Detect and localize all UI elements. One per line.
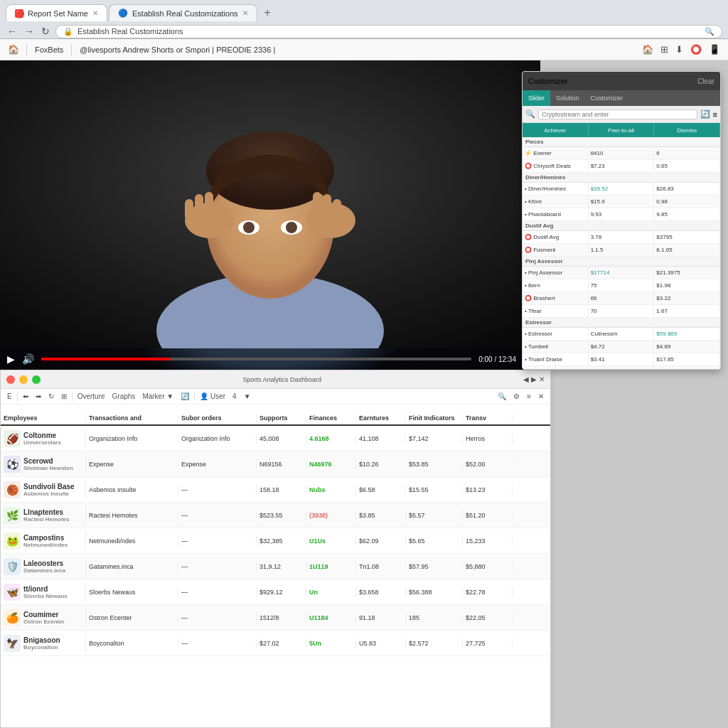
- team-icon-9: 🦅: [4, 635, 21, 652]
- col-transv: Transv: [463, 414, 513, 422]
- phone-icon[interactable]: 📱: [707, 43, 722, 56]
- person-svg: [0, 60, 540, 348]
- tab-2-close[interactable]: ✕: [242, 9, 248, 17]
- cell-val3-7: $3.658: [356, 587, 406, 597]
- tab-1-close[interactable]: ✕: [92, 9, 98, 17]
- sp-cell-val1: 8410: [589, 147, 655, 159]
- toolbar-gear[interactable]: ⚙: [511, 392, 522, 401]
- sp-cell: ⭕ Fusment: [523, 244, 589, 256]
- toolbar-refresh2[interactable]: 🔄: [178, 392, 191, 401]
- toolbar-user[interactable]: 👤 User: [198, 392, 228, 401]
- toolbar-order[interactable]: ⬅: [21, 392, 31, 401]
- toolbar-x[interactable]: ✕: [536, 392, 546, 401]
- col-employees: Employees: [1, 414, 86, 422]
- col-finit: Finit Indicators: [406, 414, 463, 422]
- table-body: 🏈 ColtonmeUniversestars Organization Inf…: [1, 426, 550, 727]
- address-bar-row: ← → ↻ 🔒 Establish Real Customizations 🔍: [0, 21, 728, 41]
- circle-icon[interactable]: ⭕: [688, 43, 704, 56]
- table-row: 🛡️ LaleoostersGatamines.inca Gatamines.i…: [1, 554, 550, 579]
- back-button[interactable]: ←: [6, 24, 18, 38]
- tab-2[interactable]: 🔵 Establish Real Customizations ✕: [109, 4, 257, 21]
- cell-val5-5: 15,233: [463, 536, 513, 546]
- cell-val5-3: $13.23: [463, 485, 513, 495]
- cell-val3-3: $6.58: [356, 485, 406, 495]
- toolbar-graphs[interactable]: Graphs: [110, 392, 138, 401]
- cell-desc-3: Asbemos Insulte: [86, 485, 178, 495]
- team-icon-3: 🏀: [4, 481, 21, 498]
- cell-val1-6: 31,9.12: [257, 562, 306, 572]
- tab-favicon-1: 🔴: [15, 9, 23, 18]
- table-row: 🏈 ColtonmeUniversestars Organization Inf…: [1, 426, 550, 451]
- table-row: 🦅 BnigasoonBoyconalton Boyconalton — $27…: [1, 631, 550, 656]
- tab-1[interactable]: 🔴 Report Set Name ✕: [6, 4, 107, 21]
- sp-cell-val2: 6: [654, 147, 720, 159]
- toolbar-separator: [26, 44, 27, 55]
- app-label: Sports Analytics Dashboard: [242, 376, 321, 383]
- cell-val1-2: N69156: [257, 459, 306, 469]
- volume-button[interactable]: 🔊: [22, 353, 34, 365]
- toolbar-icon-2[interactable]: 🔄: [700, 109, 710, 119]
- toolbar-grid[interactable]: ⊞: [59, 392, 69, 401]
- team-icon-2: ⚽: [4, 456, 21, 473]
- cell-desc-9: Boyconalton: [86, 638, 178, 648]
- team-icon-6: 🛡️: [4, 558, 21, 575]
- spreadsheet-panel: Customizer Clear Slider Solution Customi…: [522, 71, 721, 370]
- sp-cell-val2: 5.38: [654, 366, 720, 369]
- cell-val5-4: $51.20: [463, 510, 513, 520]
- table-row: 🦋 tt/ionrdSloerbs Newaus Sloerbs Newaus …: [1, 579, 550, 605]
- sp-cell-val1: Cutinessm: [589, 328, 655, 340]
- cell-val1-3: 158.18: [257, 485, 306, 495]
- cell-team-2: ⚽ ScerowdShotman Hewston: [1, 454, 86, 474]
- sp-row: ⭕ Dustif Avg 3.78 $3795: [523, 231, 720, 244]
- toolbar-search[interactable]: 🔍: [496, 392, 508, 401]
- toolbar-refresh[interactable]: ↻: [46, 392, 56, 401]
- panel-search[interactable]: [538, 109, 697, 119]
- home-icon-2[interactable]: 🏠: [640, 43, 655, 56]
- sp-row: • Estressor Cutinessm $59.$69: [523, 328, 720, 341]
- sp-cell-val1: 1.1.5: [589, 244, 655, 256]
- tab-solution[interactable]: Solution: [550, 90, 585, 106]
- cell-val4-1: $7,142: [406, 434, 463, 444]
- search-icon: 🔍: [705, 27, 714, 36]
- reload-button[interactable]: ↻: [40, 24, 51, 38]
- sp-cell-val1: 9.93: [589, 208, 655, 220]
- new-tab-button[interactable]: +: [259, 6, 277, 19]
- tab-customizer[interactable]: Customizer: [585, 90, 629, 106]
- toolbar-overture-label[interactable]: Overture: [75, 392, 107, 401]
- sp-cell: • Edkelt Drives: [523, 366, 589, 369]
- panel-title-text: Customizer: [528, 77, 568, 85]
- cell-status-3: Nubs: [306, 485, 356, 495]
- sp-row: • Tfear 70 1.67: [523, 305, 720, 318]
- toolbar-overture[interactable]: E: [5, 392, 14, 401]
- grid-icon[interactable]: ⊞: [658, 43, 670, 56]
- address-bar[interactable]: 🔒 Establish Real Customizations 🔍: [55, 25, 722, 38]
- svg-rect-13: [205, 192, 213, 219]
- progress-fill: [41, 358, 171, 360]
- toolbar-arrow[interactable]: ▼: [242, 392, 253, 401]
- tab-slider[interactable]: Slider: [523, 90, 550, 106]
- maximize-dot[interactable]: [32, 375, 41, 384]
- forward-button[interactable]: →: [23, 24, 36, 38]
- cell-val1-7: $929.12: [257, 587, 306, 597]
- toolbar-dots[interactable]: ≡: [525, 392, 533, 401]
- close-dot[interactable]: [6, 375, 15, 384]
- svg-point-6: [243, 222, 255, 233]
- toolbar-marker[interactable]: Marker ▼: [140, 392, 176, 401]
- toolbar-forward[interactable]: ➡: [33, 392, 43, 401]
- toolbar-count[interactable]: 4: [230, 392, 239, 401]
- minimize-dot[interactable]: [19, 375, 28, 384]
- cell-val3-6: Tn1.08: [356, 562, 406, 572]
- cell-val3-9: U5.83: [356, 638, 406, 648]
- toolbar-icon-1[interactable]: 🔍: [525, 109, 535, 119]
- sp-cell-val2: $21.3975: [654, 267, 720, 279]
- panel-clear-btn[interactable]: Clear: [697, 77, 714, 85]
- address-full: @livesports Andrew Shorts or Smpori | PR…: [77, 46, 278, 54]
- cat-dustif: Dustif Avg: [523, 221, 720, 231]
- download-icon[interactable]: ⬇: [673, 43, 685, 56]
- toolbar-icon-3[interactable]: ≡: [713, 110, 717, 119]
- progress-bar[interactable]: [41, 358, 471, 360]
- table-row: 🐸 CampostinsNetmunedi/ndes Netmunedi/nde…: [1, 528, 550, 554]
- play-button[interactable]: ▶: [7, 353, 15, 365]
- svg-rect-16: [313, 192, 321, 219]
- home-icon[interactable]: 🏠: [6, 43, 21, 56]
